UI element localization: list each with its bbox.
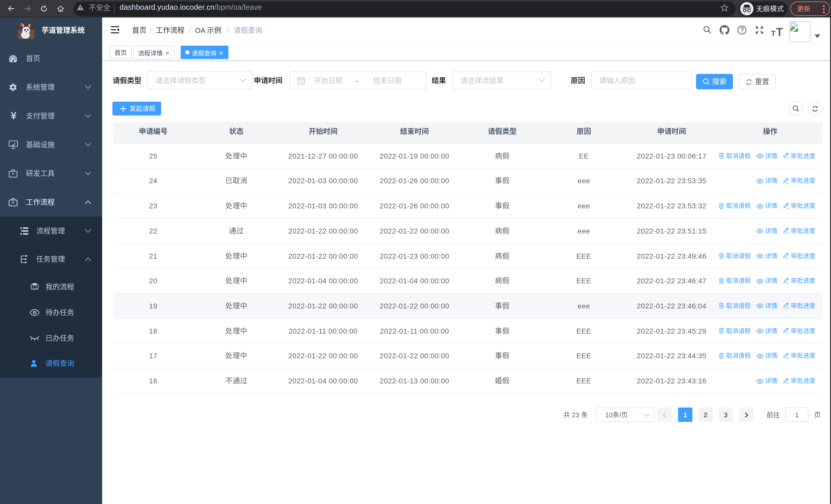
svg-text:T: T <box>776 26 783 38</box>
svg-text:T: T <box>771 29 776 37</box>
